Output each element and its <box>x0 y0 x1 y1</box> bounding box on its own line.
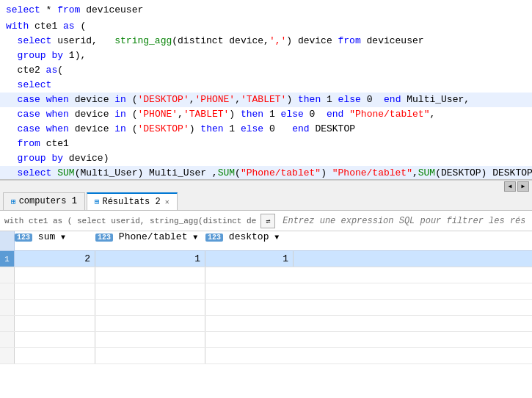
table-header-row: 123 sum ▼ 123 Phone/tablet ▼ 123 desktop… <box>0 231 532 251</box>
tab-bar: ⊞ computers 1 ⊞ Résultats 2 ✕ <box>0 192 532 211</box>
table-icon: ⊞ <box>11 197 16 206</box>
cell-phone-tablet: 1 <box>95 251 205 267</box>
filter-input[interactable] <box>280 214 528 228</box>
code-line: group by 1), <box>0 48 532 63</box>
tab-resultats-label: Résultats 2 <box>102 197 160 207</box>
code-line: select SUM(Multi_User) Multi_User ,SUM("… <box>0 166 532 180</box>
code-line: select * from deviceuser <box>0 3 532 18</box>
results-table: 123 sum ▼ 123 Phone/tablet ▼ 123 desktop… <box>0 231 532 364</box>
filter-icon: ⇌ <box>266 217 270 225</box>
tab-computers-label: computers 1 <box>19 196 77 206</box>
code-line: from cte1 <box>0 137 532 151</box>
col-sort-phone[interactable]: ▼ <box>193 234 197 242</box>
col-sort-sum[interactable]: ▼ <box>61 234 65 242</box>
code-line: case when device in ('PHONE','TABLET') t… <box>0 107 532 122</box>
col-label-phone: Phone/tablet <box>119 231 188 242</box>
filter-query-preview: with cte1 as ( select userid, string_agg… <box>4 217 256 225</box>
close-icon[interactable]: ✕ <box>165 198 170 206</box>
code-line: case when device in ('DESKTOP','PHONE','… <box>0 93 532 107</box>
scroll-right-arrow[interactable]: ▶ <box>517 181 529 192</box>
empty-row <box>0 316 532 332</box>
col-header-desktop[interactable]: 123 desktop ▼ <box>205 231 294 250</box>
col-label-sum: sum <box>38 231 55 242</box>
row-num-col-header <box>0 231 15 250</box>
app-container: select * from deviceuserwith cte1 as ( s… <box>0 0 532 398</box>
cell-sum: 2 <box>15 251 95 267</box>
cell-desktop: 1 <box>205 251 294 267</box>
code-line: cte2 as( <box>0 63 532 78</box>
col-type-badge-phone: 123 <box>95 234 113 242</box>
tab-computers[interactable]: ⊞ computers 1 <box>3 192 85 210</box>
scroll-left-arrow[interactable]: ◀ <box>504 181 516 192</box>
code-line: with cte1 as ( <box>0 19 532 34</box>
bottom-section: ⊞ computers 1 ⊞ Résultats 2 ✕ with cte1 … <box>0 192 532 390</box>
col-type-badge-desktop: 123 <box>205 234 223 242</box>
col-header-phone-tablet[interactable]: 123 Phone/tablet ▼ <box>95 231 205 250</box>
empty-row <box>0 332 532 348</box>
table-icon: ⊞ <box>95 197 100 206</box>
col-type-badge-sum: 123 <box>15 234 32 242</box>
col-sort-desktop[interactable]: ▼ <box>274 234 279 242</box>
code-line: group by device) <box>0 151 532 166</box>
empty-row <box>0 300 532 316</box>
filter-button[interactable]: ⇌ <box>260 214 275 228</box>
row-num: 1 <box>0 251 15 267</box>
code-line: case when device in ('DESKTOP') then 1 e… <box>0 122 532 137</box>
table-row[interactable]: 1 2 1 1 <box>0 251 532 267</box>
empty-row <box>0 267 532 283</box>
col-label-desktop: desktop <box>229 231 269 242</box>
code-scrollbar[interactable]: ◀ ▶ <box>0 180 532 192</box>
empty-row <box>0 283 532 300</box>
col-header-sum[interactable]: 123 sum ▼ <box>15 231 95 250</box>
code-line: select <box>0 78 532 93</box>
filter-bar: with cte1 as ( select userid, string_agg… <box>0 211 532 231</box>
empty-row <box>0 348 532 364</box>
code-line: select userid, string_agg(distinct devic… <box>0 34 532 48</box>
tab-resultats[interactable]: ⊞ Résultats 2 ✕ <box>87 192 178 210</box>
code-editor: select * from deviceuserwith cte1 as ( s… <box>0 0 532 180</box>
results-container[interactable]: 123 sum ▼ 123 Phone/tablet ▼ 123 desktop… <box>0 231 532 390</box>
